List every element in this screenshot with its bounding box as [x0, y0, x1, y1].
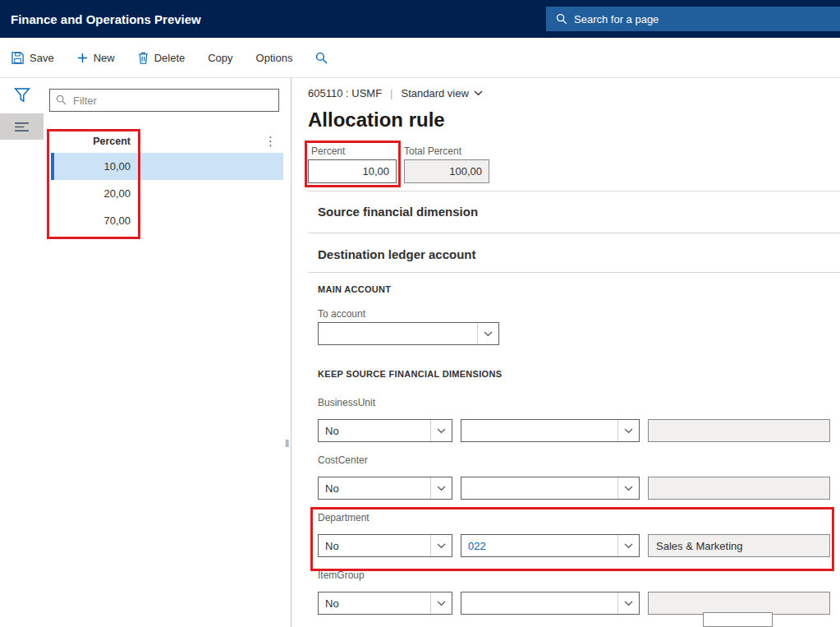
businessunit-code-combo[interactable]: [461, 419, 640, 442]
percent-cell: 10,00: [51, 160, 131, 173]
options-menu-button[interactable]: Options: [256, 52, 293, 64]
department-code-combo[interactable]: 022: [461, 534, 640, 557]
costcenter-code-combo[interactable]: [461, 477, 640, 500]
new-button-label: New: [94, 52, 115, 64]
list-item[interactable]: 70,00: [51, 207, 283, 234]
costcenter-label: CostCenter: [318, 454, 368, 466]
total-percent-field-label: Total Percent: [404, 145, 461, 157]
itemgroup-keep-combo[interactable]: No: [318, 592, 452, 615]
list-pane-button[interactable]: [0, 113, 44, 140]
record-id: 605110 : USMF: [308, 87, 382, 99]
app-title: Finance and Operations Preview: [11, 12, 201, 26]
to-account-label: To account: [318, 308, 365, 320]
businessunit-keep-combo[interactable]: No: [318, 419, 452, 442]
itemgroup-code-combo[interactable]: [461, 592, 640, 615]
main-account-group-header: MAIN ACCOUNT: [318, 284, 391, 294]
app-window: Finance and Operations Preview Search fo…: [0, 0, 840, 627]
filter-pane-button[interactable]: [0, 82, 44, 108]
save-icon: [11, 52, 24, 64]
menu-icon: [15, 122, 29, 132]
section-divider: [308, 233, 840, 233]
percent-cell: 20,00: [51, 187, 131, 200]
delete-button[interactable]: Delete: [138, 52, 186, 64]
header-divider: |: [390, 87, 392, 99]
department-code-value: 022: [461, 535, 617, 556]
businessunit-description-field: [648, 419, 830, 442]
percent-column-header[interactable]: Percent: [51, 136, 131, 147]
chevron-down-icon: [474, 90, 483, 96]
total-percent-field-input: [404, 159, 489, 183]
section-divider: [308, 272, 840, 273]
toolbar-search-button[interactable]: [315, 52, 328, 64]
section-destination-ledger-account[interactable]: Destination ledger account: [318, 247, 476, 261]
list-item[interactable]: 20,00: [51, 180, 283, 207]
filter-input[interactable]: [49, 89, 279, 112]
save-button[interactable]: Save: [11, 52, 54, 64]
save-button-label: Save: [30, 52, 54, 64]
popup-fragment: [703, 612, 773, 627]
options-menu-label: Options: [256, 52, 293, 64]
list-item[interactable]: 10,00: [51, 153, 283, 180]
costcenter-keep-combo[interactable]: No: [318, 477, 452, 500]
pane-splitter[interactable]: [291, 78, 291, 627]
costcenter-keep-value: No: [319, 477, 430, 499]
itemgroup-keep-value: No: [319, 592, 430, 614]
department-keep-combo[interactable]: No: [318, 534, 452, 557]
percent-field-label: Percent: [311, 145, 345, 157]
chevron-down-icon[interactable]: [617, 592, 639, 614]
itemgroup-code-value: [461, 592, 617, 614]
to-account-combo[interactable]: [318, 322, 499, 345]
department-description-field: Sales & Marketing: [648, 534, 830, 557]
global-search-label: Search for a page: [574, 13, 659, 25]
splitter-grip-icon[interactable]: ‖: [285, 437, 289, 450]
view-selector-label: Standard view: [401, 87, 468, 99]
search-icon: [315, 52, 328, 64]
businessunit-keep-value: No: [319, 420, 430, 441]
record-header: 605110 : USMF | Standard view: [308, 87, 483, 99]
chevron-down-icon[interactable]: [617, 420, 639, 441]
action-toolbar: Save New Delete Copy Options: [0, 38, 840, 78]
chevron-down-icon[interactable]: [617, 535, 639, 556]
delete-button-label: Delete: [154, 52, 186, 64]
department-description-value: Sales & Marketing: [656, 540, 743, 552]
chevron-down-icon[interactable]: [430, 477, 452, 499]
businessunit-label: BusinessUnit: [318, 397, 375, 408]
view-selector[interactable]: Standard view: [401, 87, 482, 99]
list-filter: [49, 89, 279, 112]
keep-dimensions-group-header: KEEP SOURCE FINANCIAL DIMENSIONS: [318, 369, 502, 379]
new-button[interactable]: New: [77, 52, 115, 64]
search-icon: [556, 13, 567, 25]
department-keep-value: No: [319, 535, 430, 556]
costcenter-code-value: [461, 477, 617, 499]
chevron-down-icon[interactable]: [430, 535, 452, 556]
copy-button-label: Copy: [208, 52, 232, 64]
chevron-down-icon[interactable]: [477, 323, 498, 344]
percent-field-input[interactable]: [308, 159, 397, 183]
to-account-value: [319, 323, 477, 344]
search-icon: [56, 95, 67, 105]
section-source-financial-dimension[interactable]: Source financial dimension: [318, 205, 478, 219]
costcenter-description-field: [648, 477, 830, 500]
plus-icon: [77, 53, 88, 63]
filter-icon: [14, 88, 30, 103]
section-divider: [308, 191, 840, 191]
page-title: Allocation rule: [308, 108, 445, 131]
trash-icon: [138, 52, 149, 64]
chevron-down-icon[interactable]: [430, 420, 452, 441]
more-icon[interactable]: ⋮: [264, 134, 277, 149]
chevron-down-icon[interactable]: [430, 592, 452, 614]
department-label: Department: [318, 512, 370, 523]
global-search-box[interactable]: Search for a page: [546, 7, 840, 31]
itemgroup-description-field: [648, 592, 830, 615]
top-nav-bar: Finance and Operations Preview Search fo…: [0, 0, 840, 38]
grid-header-row: Percent ⋮: [51, 131, 283, 153]
itemgroup-label: ItemGroup: [318, 569, 365, 581]
copy-button[interactable]: Copy: [208, 52, 232, 64]
chevron-down-icon[interactable]: [617, 477, 639, 499]
percent-cell: 70,00: [51, 214, 131, 227]
businessunit-code-value: [461, 420, 617, 441]
